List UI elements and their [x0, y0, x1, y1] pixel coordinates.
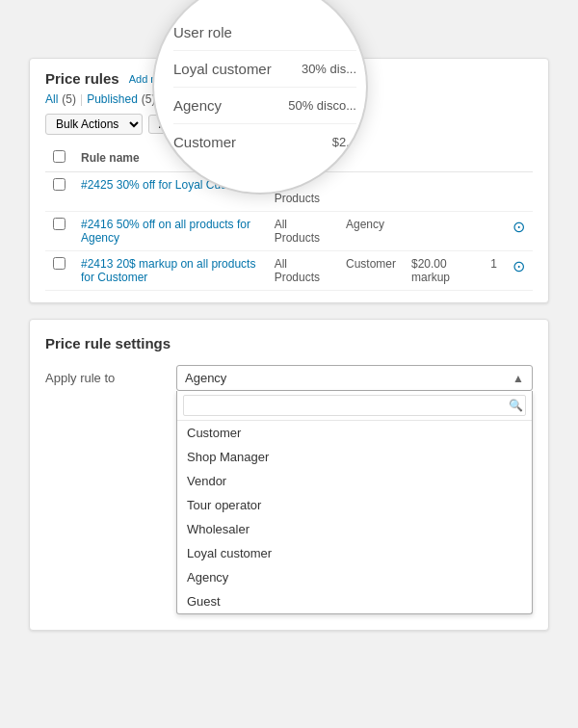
dropdown-option-2[interactable]: Vendor	[177, 469, 532, 493]
rule-type-cell-2: All Products	[267, 251, 338, 291]
rule-link-1[interactable]: #2416 50% off on all products for Agency	[81, 218, 259, 245]
check-icon: ⊙	[512, 258, 525, 274]
rule-type-cell-1: All Products	[267, 212, 338, 251]
filter-all[interactable]: All	[45, 92, 58, 106]
extra3-cell-2: 1	[483, 251, 505, 291]
filter-published[interactable]: Published	[87, 92, 138, 106]
extra3-cell-0	[483, 172, 505, 212]
dropdown-arrow-icon: ▲	[512, 372, 524, 385]
settings-row: Apply rule to Agency ▲ 🔍 CustomerShop Ma…	[45, 365, 533, 614]
dropdown-option-5[interactable]: Loyal customer	[177, 541, 532, 565]
dropdown-select[interactable]: Agency ▲	[176, 365, 533, 391]
dropdown-option-3[interactable]: Tour operator	[177, 493, 532, 517]
magnify-label-agency: Agency	[173, 97, 280, 114]
table-row: #2416 50% off on all products for Agency…	[45, 212, 533, 251]
extra2-cell-2: $20.00 markup	[404, 251, 483, 291]
check-cell-0	[505, 172, 533, 212]
extra3-cell-1	[483, 212, 505, 251]
dropdown-option-7[interactable]: Guest	[177, 589, 532, 613]
extra1-cell-1: Agency	[338, 212, 404, 251]
row-checkbox-0[interactable]	[53, 178, 66, 191]
extra1-cell-2: Customer	[338, 251, 404, 291]
extra1-cell-0	[338, 172, 404, 212]
magnify-row-customer: Customer $2...	[173, 124, 356, 160]
rule-link-2[interactable]: #2413 20$ markup on all products for Cus…	[81, 257, 259, 284]
search-icon: 🔍	[509, 399, 523, 412]
extra2-cell-1	[404, 212, 483, 251]
magnify-row-user-role: User role	[173, 14, 356, 51]
magnify-row-loyal: Loyal customer 30% dis...	[173, 51, 356, 88]
dropdown-option-1[interactable]: Shop Manager	[177, 445, 532, 469]
dropdown-panel: 🔍 CustomerShop ManagerVendorTour operato…	[176, 391, 533, 614]
magnify-row-agency: Agency 50% disco...	[173, 88, 356, 124]
magnify-label-customer: Customer	[173, 134, 325, 150]
settings-card: Price rule settings Apply rule to Agency…	[29, 319, 549, 631]
apply-rule-label: Apply rule to	[45, 365, 161, 385]
col-extra1	[338, 144, 404, 172]
dropdown-search: 🔍	[177, 391, 532, 421]
col-extra2	[404, 144, 483, 172]
check-icon: ⊙	[512, 219, 525, 235]
check-cell-1: ⊙	[505, 212, 533, 251]
price-rules-title: Price rules	[45, 70, 119, 87]
filter-all-count: (5)	[62, 92, 76, 106]
dropdown-option-0[interactable]: Customer	[177, 421, 532, 445]
extra2-cell-0	[404, 172, 483, 212]
row-checkbox-1[interactable]	[53, 218, 66, 230]
magnify-value-agency: 50% disco...	[288, 98, 356, 113]
select-all-checkbox[interactable]	[53, 150, 66, 163]
col-check	[505, 144, 533, 172]
row-checkbox-2[interactable]	[53, 257, 66, 270]
settings-title: Price rule settings	[45, 335, 533, 351]
dropdown-wrapper: Agency ▲ 🔍 CustomerShop ManagerVendorTou…	[176, 365, 533, 614]
dropdown-option-6[interactable]: Agency	[177, 565, 532, 589]
dropdown-option-4[interactable]: Wholesaler	[177, 517, 532, 541]
dropdown-options: CustomerShop ManagerVendorTour operatorW…	[177, 421, 532, 613]
check-cell-2: ⊙	[505, 251, 533, 291]
magnify-label-user-role: User role	[173, 24, 356, 40]
magnify-label-loyal: Loyal customer	[173, 61, 294, 77]
col-extra3	[483, 144, 505, 172]
bulk-actions-select[interactable]: Bulk Actions	[45, 114, 143, 135]
table-row: #2413 20$ markup on all products for Cus…	[45, 251, 533, 291]
dropdown-search-input[interactable]	[183, 395, 526, 416]
magnify-value-loyal: 30% dis...	[302, 62, 356, 76]
selected-value: Agency	[185, 371, 226, 385]
